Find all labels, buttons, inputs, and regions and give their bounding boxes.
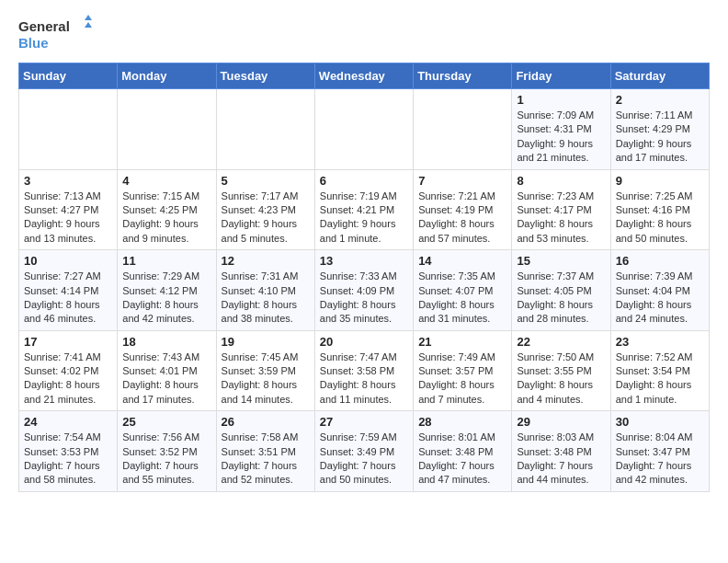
day-content: Sunrise: 7:58 AM Sunset: 3:51 PM Dayligh… bbox=[222, 431, 310, 488]
logo: General Blue bbox=[18, 15, 92, 55]
calendar-cell: 30Sunrise: 8:04 AM Sunset: 3:47 PM Dayli… bbox=[610, 411, 709, 492]
calendar-header-row: SundayMondayTuesdayWednesdayThursdayFrid… bbox=[19, 63, 710, 89]
day-content: Sunrise: 7:11 AM Sunset: 4:29 PM Dayligh… bbox=[616, 109, 704, 166]
day-number: 12 bbox=[222, 254, 310, 268]
calendar-cell: 8Sunrise: 7:23 AM Sunset: 4:17 PM Daylig… bbox=[512, 169, 610, 250]
calendar-cell: 23Sunrise: 7:52 AM Sunset: 3:54 PM Dayli… bbox=[610, 330, 709, 411]
calendar-cell: 2Sunrise: 7:11 AM Sunset: 4:29 PM Daylig… bbox=[610, 89, 709, 170]
calendar-cell: 27Sunrise: 7:59 AM Sunset: 3:49 PM Dayli… bbox=[314, 411, 413, 492]
day-content: Sunrise: 7:49 AM Sunset: 3:57 PM Dayligh… bbox=[418, 350, 506, 408]
day-number: 3 bbox=[24, 174, 112, 188]
calendar-week-row: 24Sunrise: 7:54 AM Sunset: 3:53 PM Dayli… bbox=[19, 411, 710, 492]
weekday-header: Thursday bbox=[414, 63, 512, 89]
calendar-cell: 14Sunrise: 7:35 AM Sunset: 4:07 PM Dayli… bbox=[414, 250, 512, 331]
calendar-cell: 3Sunrise: 7:13 AM Sunset: 4:27 PM Daylig… bbox=[19, 169, 118, 250]
calendar-cell bbox=[19, 89, 118, 170]
day-content: Sunrise: 8:01 AM Sunset: 3:48 PM Dayligh… bbox=[418, 431, 506, 488]
weekday-header: Saturday bbox=[610, 63, 709, 89]
day-content: Sunrise: 7:37 AM Sunset: 4:05 PM Dayligh… bbox=[517, 270, 605, 327]
day-content: Sunrise: 7:25 AM Sunset: 4:16 PM Dayligh… bbox=[616, 190, 704, 247]
calendar-cell: 25Sunrise: 7:56 AM Sunset: 3:52 PM Dayli… bbox=[118, 411, 216, 492]
day-number: 24 bbox=[24, 415, 112, 429]
day-number: 15 bbox=[517, 254, 605, 268]
weekday-header: Monday bbox=[118, 63, 216, 89]
calendar-week-row: 3Sunrise: 7:13 AM Sunset: 4:27 PM Daylig… bbox=[19, 169, 710, 250]
weekday-header: Wednesday bbox=[314, 63, 413, 89]
day-number: 10 bbox=[24, 254, 112, 268]
day-number: 27 bbox=[320, 415, 408, 429]
day-content: Sunrise: 7:19 AM Sunset: 4:21 PM Dayligh… bbox=[320, 190, 408, 247]
calendar-table: SundayMondayTuesdayWednesdayThursdayFrid… bbox=[18, 63, 710, 492]
calendar-cell: 15Sunrise: 7:37 AM Sunset: 4:05 PM Dayli… bbox=[512, 250, 610, 331]
calendar-cell: 17Sunrise: 7:41 AM Sunset: 4:02 PM Dayli… bbox=[19, 330, 118, 411]
day-content: Sunrise: 7:41 AM Sunset: 4:02 PM Dayligh… bbox=[24, 350, 112, 408]
day-number: 2 bbox=[616, 93, 704, 107]
day-content: Sunrise: 7:21 AM Sunset: 4:19 PM Dayligh… bbox=[418, 190, 506, 247]
day-content: Sunrise: 7:43 AM Sunset: 4:01 PM Dayligh… bbox=[122, 350, 210, 408]
calendar-cell: 28Sunrise: 8:01 AM Sunset: 3:48 PM Dayli… bbox=[414, 411, 512, 492]
calendar-cell: 6Sunrise: 7:19 AM Sunset: 4:21 PM Daylig… bbox=[314, 169, 413, 250]
calendar-cell: 5Sunrise: 7:17 AM Sunset: 4:23 PM Daylig… bbox=[216, 169, 314, 250]
day-number: 23 bbox=[616, 335, 704, 349]
day-number: 30 bbox=[616, 415, 704, 429]
day-number: 16 bbox=[616, 254, 704, 268]
day-content: Sunrise: 7:23 AM Sunset: 4:17 PM Dayligh… bbox=[517, 190, 605, 247]
calendar-cell bbox=[314, 89, 413, 170]
day-content: Sunrise: 7:52 AM Sunset: 3:54 PM Dayligh… bbox=[616, 350, 704, 408]
calendar-cell: 4Sunrise: 7:15 AM Sunset: 4:25 PM Daylig… bbox=[118, 169, 216, 250]
calendar-cell: 24Sunrise: 7:54 AM Sunset: 3:53 PM Dayli… bbox=[19, 411, 118, 492]
calendar-cell: 11Sunrise: 7:29 AM Sunset: 4:12 PM Dayli… bbox=[118, 250, 216, 331]
day-content: Sunrise: 7:47 AM Sunset: 3:58 PM Dayligh… bbox=[320, 350, 408, 408]
calendar-week-row: 10Sunrise: 7:27 AM Sunset: 4:14 PM Dayli… bbox=[19, 250, 710, 331]
day-number: 14 bbox=[418, 254, 506, 268]
calendar-cell: 7Sunrise: 7:21 AM Sunset: 4:19 PM Daylig… bbox=[414, 169, 512, 250]
day-number: 4 bbox=[122, 174, 210, 188]
calendar-week-row: 17Sunrise: 7:41 AM Sunset: 4:02 PM Dayli… bbox=[19, 330, 710, 411]
svg-text:Blue: Blue bbox=[18, 35, 49, 51]
day-number: 17 bbox=[24, 335, 112, 349]
day-content: Sunrise: 7:50 AM Sunset: 3:55 PM Dayligh… bbox=[517, 350, 605, 408]
day-content: Sunrise: 7:27 AM Sunset: 4:14 PM Dayligh… bbox=[24, 270, 112, 327]
calendar-cell: 16Sunrise: 7:39 AM Sunset: 4:04 PM Dayli… bbox=[610, 250, 709, 331]
calendar-cell: 13Sunrise: 7:33 AM Sunset: 4:09 PM Dayli… bbox=[314, 250, 413, 331]
day-content: Sunrise: 7:45 AM Sunset: 3:59 PM Dayligh… bbox=[222, 350, 310, 408]
day-content: Sunrise: 7:35 AM Sunset: 4:07 PM Dayligh… bbox=[418, 270, 506, 327]
weekday-header: Tuesday bbox=[216, 63, 314, 89]
svg-text:General: General bbox=[18, 18, 70, 34]
day-number: 21 bbox=[418, 335, 506, 349]
day-number: 26 bbox=[222, 415, 310, 429]
day-number: 18 bbox=[122, 335, 210, 349]
day-number: 8 bbox=[517, 174, 605, 188]
calendar-cell bbox=[118, 89, 216, 170]
calendar-cell: 20Sunrise: 7:47 AM Sunset: 3:58 PM Dayli… bbox=[314, 330, 413, 411]
day-number: 29 bbox=[517, 415, 605, 429]
day-content: Sunrise: 7:09 AM Sunset: 4:31 PM Dayligh… bbox=[517, 109, 605, 166]
day-number: 7 bbox=[418, 174, 506, 188]
day-number: 28 bbox=[418, 415, 506, 429]
day-content: Sunrise: 7:56 AM Sunset: 3:52 PM Dayligh… bbox=[122, 431, 210, 488]
svg-marker-2 bbox=[85, 15, 92, 20]
day-number: 25 bbox=[122, 415, 210, 429]
calendar-cell: 21Sunrise: 7:49 AM Sunset: 3:57 PM Dayli… bbox=[414, 330, 512, 411]
day-content: Sunrise: 7:33 AM Sunset: 4:09 PM Dayligh… bbox=[320, 270, 408, 327]
calendar-cell: 22Sunrise: 7:50 AM Sunset: 3:55 PM Dayli… bbox=[512, 330, 610, 411]
day-number: 19 bbox=[222, 335, 310, 349]
calendar-cell: 9Sunrise: 7:25 AM Sunset: 4:16 PM Daylig… bbox=[610, 169, 709, 250]
day-number: 1 bbox=[517, 93, 605, 107]
calendar-week-row: 1Sunrise: 7:09 AM Sunset: 4:31 PM Daylig… bbox=[19, 89, 710, 170]
day-number: 20 bbox=[320, 335, 408, 349]
calendar-cell bbox=[216, 89, 314, 170]
day-content: Sunrise: 7:29 AM Sunset: 4:12 PM Dayligh… bbox=[122, 270, 210, 327]
calendar-cell: 12Sunrise: 7:31 AM Sunset: 4:10 PM Dayli… bbox=[216, 250, 314, 331]
day-content: Sunrise: 8:03 AM Sunset: 3:48 PM Dayligh… bbox=[517, 431, 605, 488]
day-content: Sunrise: 7:13 AM Sunset: 4:27 PM Dayligh… bbox=[24, 190, 112, 247]
logo-svg: General Blue bbox=[18, 15, 92, 55]
day-content: Sunrise: 7:59 AM Sunset: 3:49 PM Dayligh… bbox=[320, 431, 408, 488]
calendar-cell: 26Sunrise: 7:58 AM Sunset: 3:51 PM Dayli… bbox=[216, 411, 314, 492]
weekday-header: Sunday bbox=[19, 63, 118, 89]
calendar-cell: 18Sunrise: 7:43 AM Sunset: 4:01 PM Dayli… bbox=[118, 330, 216, 411]
day-content: Sunrise: 7:54 AM Sunset: 3:53 PM Dayligh… bbox=[24, 431, 112, 488]
day-content: Sunrise: 7:31 AM Sunset: 4:10 PM Dayligh… bbox=[222, 270, 310, 327]
header: General Blue bbox=[18, 15, 710, 55]
svg-marker-3 bbox=[85, 22, 92, 28]
